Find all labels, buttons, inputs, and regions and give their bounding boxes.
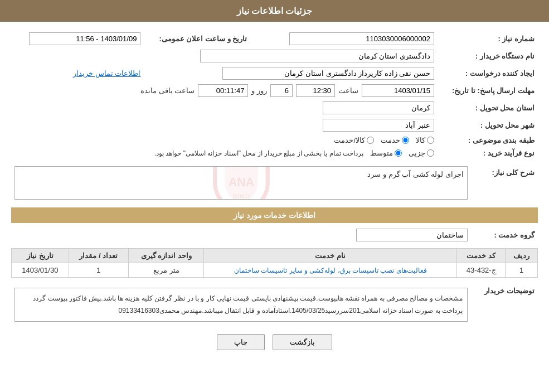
tarikh-elam-input[interactable] bbox=[29, 32, 140, 45]
shomara-input[interactable] bbox=[289, 32, 434, 45]
radio-kala-khadamat-label: کالا/خدمت bbox=[334, 136, 365, 144]
dastgah-value-cell bbox=[11, 47, 438, 65]
col-nam: نام خدمت bbox=[204, 249, 457, 263]
mohlat-row: مهلت ارسال پاسخ: تا تاریخ: ساعت روز و سا… bbox=[11, 82, 538, 99]
radio-kala-khadamat[interactable]: کالا/خدمت bbox=[334, 136, 374, 144]
col-tedaad: تعداد / مقدار bbox=[69, 249, 128, 263]
dastgah-input[interactable] bbox=[200, 50, 434, 62]
group-row: گروه خدمت : bbox=[11, 226, 538, 244]
ijad-row: ایجاد کننده درخواست : اطلاعات تماس خریدا… bbox=[11, 65, 538, 82]
page-wrapper: جزئیات اطلاعات نیاز شماره نیاز : تاریخ و… bbox=[0, 0, 549, 392]
shomara-label: شماره نیاز : bbox=[438, 30, 538, 47]
noe-label: نوع فرآیند خرید : bbox=[438, 147, 538, 159]
sharh-wrapper: ANA tender اجرای لوله کشی آب گرم و سرد bbox=[14, 166, 468, 200]
sharh-value-cell: ANA tender اجرای لوله کشی آب گرم و سرد bbox=[11, 164, 471, 202]
sharh-table: شرح کلی نیاز: ANA tender اجرای لوله کشی … bbox=[11, 164, 538, 202]
ettelaat-tamas-link[interactable]: اطلاعات تماس خریدار bbox=[73, 69, 140, 78]
cell-radif: 1 bbox=[506, 263, 538, 278]
saat-baqi-label-text: ساعت باقی مانده bbox=[140, 86, 195, 95]
tabaghe-row: طبقه بندی موضوعی : کالا خدمت bbox=[11, 134, 538, 147]
ettelaat-link-cell[interactable]: اطلاعات تماس خریدار bbox=[11, 65, 144, 82]
mohlat-value-cell: ساعت روز و ساعت باقی مانده bbox=[11, 82, 438, 99]
buyer-notes-box: مشخصات و مصالح مصرفی به همراه نقشه هاپیو… bbox=[14, 288, 468, 322]
saat-label-text: ساعت bbox=[338, 86, 358, 95]
tarikh-elam-value-cell bbox=[11, 30, 144, 47]
rooz-label-text: روز و bbox=[251, 86, 267, 95]
shahr-label: شهر محل تحویل : bbox=[438, 117, 538, 134]
saat-input[interactable] bbox=[296, 84, 335, 97]
ostan-label: استان محل تحویل : bbox=[438, 99, 538, 117]
shomara-value-cell bbox=[267, 30, 438, 47]
radio-jozi-label: جزیی bbox=[409, 149, 425, 157]
col-kod: کد خدمت bbox=[457, 249, 506, 263]
saat-baqi-input[interactable] bbox=[198, 84, 248, 97]
dastgah-row: نام دستگاه خریدار : bbox=[11, 47, 538, 65]
tabaghe-label: طبقه بندی موضوعی : bbox=[438, 134, 538, 147]
radio-motevaset-input[interactable] bbox=[395, 149, 402, 157]
ijad-value-cell bbox=[144, 65, 438, 82]
mohlat-label: مهلت ارسال پاسخ: تا تاریخ: bbox=[438, 82, 538, 99]
radio-kala-input[interactable] bbox=[427, 137, 434, 144]
radio-motevaset[interactable]: متوسط bbox=[370, 149, 402, 157]
svg-text:tender: tender bbox=[232, 192, 250, 199]
noe-row: نوع فرآیند خرید : جزیی متوسط پرداخت تمام… bbox=[11, 147, 538, 159]
group-input[interactable] bbox=[356, 229, 468, 241]
noe-description-text: پرداخت تمام یا بخشی از مبلغ خریدار از مح… bbox=[154, 149, 363, 157]
page-title: جزئیات اطلاعات نیاز bbox=[237, 6, 313, 16]
tosifat-value-cell: مشخصات و مصالح مصرفی به همراه نقشه هاپیو… bbox=[11, 282, 471, 327]
sharh-text: اجرای لوله کشی آب گرم و سرد bbox=[18, 170, 464, 178]
tosifat-row: توضیحات خریدار مشخصات و مصالح مصرفی به ه… bbox=[11, 282, 538, 327]
ostan-row: استان محل تحویل : bbox=[11, 99, 538, 117]
tabaghe-radio-group: کالا خدمت کالا/خدمت bbox=[14, 136, 434, 144]
ostan-value-cell bbox=[11, 99, 438, 117]
content-area: شماره نیاز : تاریخ و ساعت اعلان عمومی: ن… bbox=[0, 22, 549, 365]
tabaghe-value-cell: کالا خدمت کالا/خدمت bbox=[11, 134, 438, 147]
cell-tedaad: 1 bbox=[69, 263, 128, 278]
noe-radio-group: جزیی متوسط پرداخت تمام یا بخشی از مبلغ خ… bbox=[14, 149, 434, 157]
group-table: گروه خدمت : bbox=[11, 226, 538, 244]
chap-button[interactable]: چاپ bbox=[217, 334, 265, 350]
radio-jozi-input[interactable] bbox=[427, 149, 434, 157]
cell-kod: ج-432-43 bbox=[457, 263, 506, 278]
radio-khadamat[interactable]: خدمت bbox=[381, 136, 409, 144]
cell-tarikh: 1403/01/30 bbox=[12, 263, 69, 278]
services-thead: ردیف کد خدمت نام خدمت واحد اندازه گیری ت… bbox=[12, 249, 538, 263]
group-value-cell bbox=[11, 226, 471, 244]
main-info-table: شماره نیاز : تاریخ و ساعت اعلان عمومی: ن… bbox=[11, 30, 538, 159]
col-radif: ردیف bbox=[506, 249, 538, 263]
mohlat-flex: ساعت روز و ساعت باقی مانده bbox=[14, 84, 434, 97]
radio-jozi[interactable]: جزیی bbox=[409, 149, 434, 157]
bazgasht-button[interactable]: بازگشت bbox=[273, 334, 332, 350]
shahr-value-cell bbox=[11, 117, 438, 134]
radio-khadamat-label: خدمت bbox=[381, 136, 400, 144]
services-table: ردیف کد خدمت نام خدمت واحد اندازه گیری ت… bbox=[11, 248, 538, 278]
services-header-row: ردیف کد خدمت نام خدمت واحد اندازه گیری ت… bbox=[12, 249, 538, 263]
ijad-input[interactable] bbox=[222, 67, 434, 80]
ostan-input[interactable] bbox=[323, 101, 434, 114]
rooz-input[interactable] bbox=[270, 84, 293, 97]
radio-kala[interactable]: کالا bbox=[416, 136, 434, 144]
buyer-notes-text: مشخصات و مصالح مصرفی به همراه نقشه هاپیو… bbox=[33, 294, 463, 314]
radio-khadamat-input[interactable] bbox=[402, 137, 409, 144]
tosifat-table: توضیحات خریدار مشخصات و مصالح مصرفی به ه… bbox=[11, 282, 538, 327]
date-input[interactable] bbox=[362, 84, 434, 97]
col-vahed: واحد اندازه گیری bbox=[129, 249, 204, 263]
tosifat-label: توضیحات خریدار bbox=[471, 282, 538, 327]
tarikh-elam-label: تاریخ و ساعت اعلان عمومی: bbox=[144, 30, 250, 47]
services-section-header: اطلاعات خدمات مورد نیاز bbox=[11, 207, 538, 223]
ijad-label: ایجاد کننده درخواست : bbox=[438, 65, 538, 82]
sharh-label: شرح کلی نیاز: bbox=[471, 164, 538, 202]
table-row: 1 ج-432-43 فعالیت‌های نصب تاسیسات برق، ل… bbox=[12, 263, 538, 278]
dastgah-label: نام دستگاه خریدار : bbox=[438, 47, 538, 65]
shahr-row: شهر محل تحویل : bbox=[11, 117, 538, 134]
shahr-input[interactable] bbox=[323, 119, 434, 132]
services-tbody: 1 ج-432-43 فعالیت‌های نصب تاسیسات برق، ل… bbox=[12, 263, 538, 278]
radio-kala-label: کالا bbox=[416, 136, 425, 144]
bottom-buttons: بازگشت چاپ bbox=[11, 334, 538, 350]
sharh-row: شرح کلی نیاز: ANA tender اجرای لوله کشی … bbox=[11, 164, 538, 202]
cell-vahed: متر مربع bbox=[129, 263, 204, 278]
col-tarikh: تاریخ نیاز bbox=[12, 249, 69, 263]
noe-value-cell: جزیی متوسط پرداخت تمام یا بخشی از مبلغ خ… bbox=[11, 147, 438, 159]
shomara-row: شماره نیاز : تاریخ و ساعت اعلان عمومی: bbox=[11, 30, 538, 47]
radio-kala-khadamat-input[interactable] bbox=[367, 137, 374, 144]
